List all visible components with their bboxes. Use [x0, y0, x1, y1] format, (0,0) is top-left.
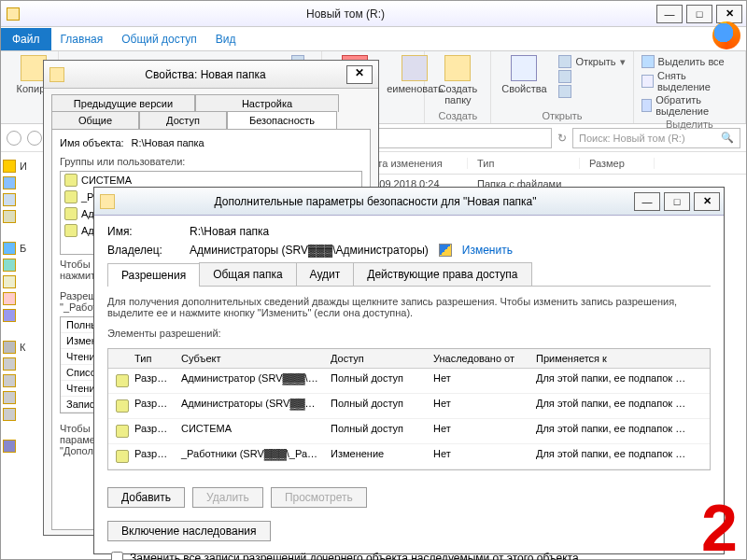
- sidebar-item[interactable]: [3, 357, 40, 371]
- nav-fwd-button[interactable]: [27, 131, 42, 146]
- sidebar-item[interactable]: [3, 391, 40, 404]
- star-icon: [3, 160, 16, 173]
- history-icon: [558, 85, 571, 98]
- group-icon: [64, 190, 78, 203]
- sidebar-item[interactable]: [3, 309, 40, 322]
- music-icon: [3, 309, 16, 322]
- enable-inheritance-button[interactable]: Включение наследования: [107, 521, 271, 541]
- table-row[interactable]: Разр…Администраторы (SRV▓▓▓\А…Полный дос…: [108, 394, 710, 419]
- select-invert-button[interactable]: Обратить выделение: [641, 94, 738, 117]
- minimize-button[interactable]: —: [656, 5, 683, 23]
- pics-icon: [3, 292, 16, 305]
- properties-button[interactable]: Свойства: [499, 55, 549, 98]
- object-value: R:\Новая папка: [132, 137, 204, 148]
- explorer-titlebar: Новый том (R:) — □ ✕: [1, 1, 746, 27]
- sidebar-item[interactable]: [3, 374, 40, 387]
- change-owner-link[interactable]: Изменить: [462, 244, 513, 257]
- select-all-button[interactable]: Выделить все: [641, 55, 738, 68]
- download-icon: [3, 176, 16, 189]
- group-icon: [116, 399, 129, 413]
- properties-icon: [511, 55, 537, 81]
- view-button[interactable]: Просмотреть: [271, 487, 367, 508]
- search-input[interactable]: Поиск: Новый том (R:)🔍: [572, 128, 740, 148]
- close-button[interactable]: ✕: [346, 65, 373, 84]
- sidebar-item[interactable]: [3, 210, 40, 223]
- sidebar-item[interactable]: [3, 292, 40, 305]
- close-button[interactable]: ✕: [694, 192, 720, 211]
- tab-effective[interactable]: Действующие права доступа: [353, 262, 531, 286]
- nav-back-button[interactable]: [7, 131, 21, 146]
- rename-icon: [402, 55, 428, 81]
- select-none-button[interactable]: Снять выделение: [641, 70, 738, 92]
- search-icon: 🔍: [721, 132, 734, 144]
- history-button[interactable]: [558, 85, 625, 98]
- groups-label: Группы или пользователи:: [60, 156, 362, 167]
- group-icon: [64, 207, 78, 220]
- replace-label: Заменить все записи разрешений дочернего…: [130, 552, 579, 561]
- docs-icon: [3, 275, 16, 288]
- add-button[interactable]: Добавить: [107, 487, 185, 508]
- sidebar-item[interactable]: [3, 259, 40, 272]
- network-icon: [3, 440, 16, 453]
- sidebar-item[interactable]: [3, 440, 40, 453]
- select-invert-icon: [641, 99, 653, 112]
- video-icon: [3, 259, 16, 272]
- sidebar: И Б К: [3, 156, 40, 456]
- sidebar-item[interactable]: [3, 275, 40, 288]
- new-folder-button[interactable]: Создать папку: [432, 55, 483, 105]
- tab-sharing[interactable]: Доступ: [139, 111, 227, 129]
- folder-icon: [49, 67, 64, 82]
- sidebar-item[interactable]: [3, 176, 40, 189]
- maximize-button[interactable]: □: [686, 5, 712, 23]
- window-title: Новый том (R:): [38, 7, 653, 21]
- owner-value: Администраторы (SRV▓▓▓\Администраторы): [190, 244, 429, 257]
- hint-text: Для получения дополнительных сведений дв…: [107, 296, 711, 318]
- group-icon: [64, 224, 78, 237]
- tab-security[interactable]: Безопасность: [227, 111, 337, 129]
- tab-share[interactable]: Общая папка: [199, 262, 296, 286]
- file-tab[interactable]: Файл: [1, 28, 51, 50]
- tab-general[interactable]: Общие: [51, 111, 139, 129]
- disk-icon: [3, 391, 16, 404]
- sidebar-item[interactable]: [3, 193, 40, 206]
- edit-icon: [558, 70, 571, 83]
- overlay-number: 2: [701, 491, 738, 560]
- sidebar-item[interactable]: Б: [3, 242, 40, 255]
- tab-previous-versions[interactable]: Предыдущие версии: [51, 94, 195, 112]
- open-icon: [558, 55, 571, 68]
- minimize-button[interactable]: —: [634, 192, 660, 211]
- computer-icon: [3, 341, 16, 354]
- tab-view[interactable]: Вид: [206, 28, 246, 50]
- object-label: Имя объекта:: [60, 137, 124, 148]
- desktop-icon: [3, 193, 16, 206]
- edit-button[interactable]: [558, 70, 625, 83]
- table-row[interactable]: Разр…_Работники (SRV▓▓▓\_Работ…Изменение…: [108, 444, 710, 469]
- tab-customize[interactable]: Настройка: [195, 94, 339, 112]
- sidebar-item[interactable]: [3, 408, 40, 421]
- sidebar-item[interactable]: К: [3, 341, 40, 354]
- advanced-security-dialog: Дополнительные параметры безопасности дл…: [93, 187, 725, 554]
- close-button[interactable]: ✕: [716, 5, 742, 23]
- select-none-icon: [641, 75, 654, 88]
- owner-label: Владелец:: [107, 244, 182, 257]
- remove-button[interactable]: Удалить: [192, 487, 263, 508]
- tab-audit[interactable]: Аудит: [296, 262, 355, 286]
- ribbon-tabs: Файл Главная Общий доступ Вид: [1, 27, 746, 51]
- library-icon: [3, 242, 16, 255]
- tab-share[interactable]: Общий доступ: [112, 28, 206, 50]
- table-row[interactable]: Разр…Администратор (SRV▓▓▓\Ад…Полный дос…: [108, 369, 710, 394]
- tab-permissions[interactable]: Разрешения: [107, 263, 200, 287]
- select-all-icon: [641, 55, 655, 68]
- list-header: Дата изменения Тип Размер: [356, 152, 746, 175]
- folder-icon: [100, 194, 115, 209]
- tab-home[interactable]: Главная: [51, 28, 113, 50]
- sidebar-item[interactable]: И: [3, 160, 40, 173]
- group-icon: [116, 425, 129, 438]
- disk-icon: [3, 374, 16, 387]
- open-button[interactable]: Открыть▾: [558, 55, 625, 68]
- elements-label: Элементы разрешений:: [107, 328, 711, 339]
- maximize-button[interactable]: □: [664, 192, 690, 211]
- replace-checkbox[interactable]: [111, 552, 123, 560]
- disk-icon: [3, 408, 16, 421]
- table-row[interactable]: Разр…СИСТЕМАПолный доступНетДля этой пап…: [108, 419, 710, 444]
